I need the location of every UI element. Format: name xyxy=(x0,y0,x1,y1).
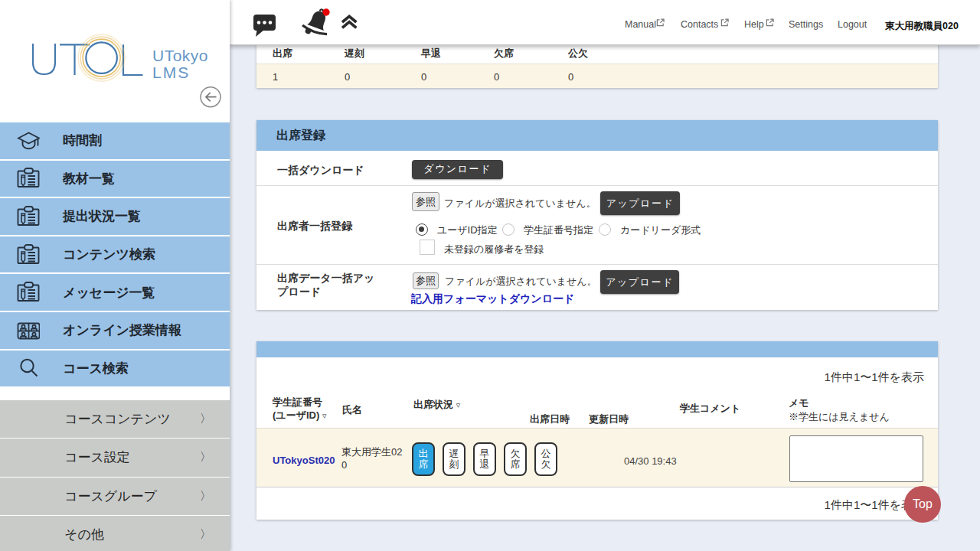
svg-text:LMS: LMS xyxy=(152,64,190,81)
svg-text:UTokyo: UTokyo xyxy=(152,47,208,64)
